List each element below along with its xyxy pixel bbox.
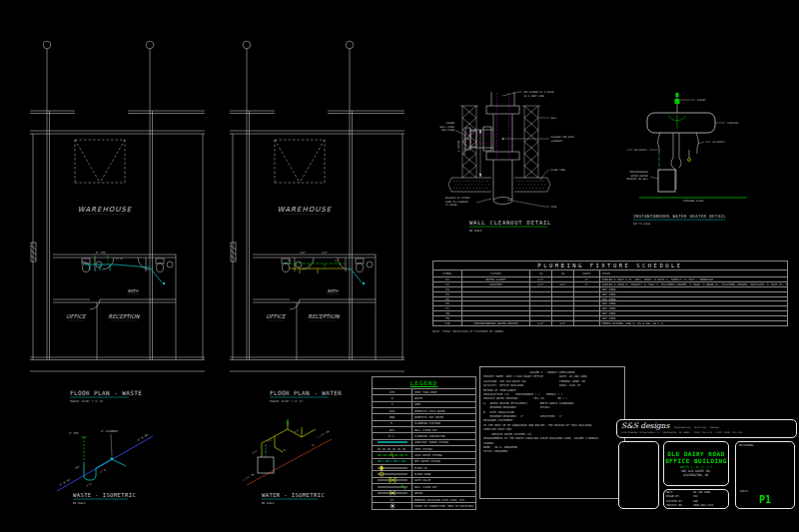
legend-row: ELBOW DOWN bbox=[373, 470, 475, 476]
energy-compliance-block: VOLUME 4 - ENERGY COMPLIANCEPROJECT NAME… bbox=[479, 366, 625, 499]
schedule-cell bbox=[573, 311, 599, 315]
firm-name: S&S designs bbox=[621, 421, 669, 430]
label-balance-3: TO GRADE. bbox=[445, 204, 458, 207]
schedule-cell: 1/2" bbox=[529, 277, 551, 281]
schedule-cell: 1/4" bbox=[551, 321, 573, 325]
project-address-2: WILMINGTON, NC bbox=[683, 473, 708, 477]
schedule-row: P5NOT USED bbox=[433, 296, 787, 301]
iso-label-half: 1/2" bbox=[267, 438, 273, 443]
schedule-cell bbox=[573, 287, 599, 291]
legend-description: COLD WATER PIPING bbox=[412, 452, 475, 457]
legend-description: DOMESTIC HOT WATER bbox=[412, 414, 475, 419]
schedule-header: SYMBOL bbox=[433, 270, 461, 276]
schedule-cell bbox=[461, 297, 529, 301]
schedule-header-row: SYMBOLFIXTURECWHWWASTEOTHER bbox=[433, 270, 787, 276]
room-label-office: OFFICE bbox=[66, 313, 87, 319]
iso-label-vtr: 2" VTR bbox=[69, 432, 79, 435]
schedule-row: P6NOT USED bbox=[433, 300, 787, 305]
legend-row: VTRVENT THRU ROOF bbox=[373, 388, 475, 394]
schedule-cell bbox=[461, 287, 529, 291]
floor-section bbox=[448, 178, 550, 192]
label-floor-line: FLOOR LINE bbox=[551, 169, 566, 172]
titleblock-blank-box bbox=[618, 441, 659, 509]
iso-label-wco: WCO bbox=[75, 465, 81, 470]
room-label-reception: RECEPTION bbox=[308, 313, 340, 319]
schedule-row: P1WATER CLOSET1/2"—4"KOHLER K-3427-T.B. … bbox=[433, 276, 787, 281]
schedule-header: HW bbox=[551, 270, 573, 276]
schedule-cell: 1/4" bbox=[529, 321, 551, 325]
iso-label-cleanout: 4" CLEANOUT bbox=[101, 430, 119, 433]
schedule-cell: KOHLER K-2196-4, FAUCET: K-7404-T, POLIS… bbox=[599, 282, 787, 286]
label-chrome-3: AND SCREW bbox=[441, 129, 455, 132]
schedule-cell: P4 bbox=[433, 292, 461, 296]
schedule-row: P10INSTANTANEOUS WATER HEATER1/4"1/4"EEM… bbox=[433, 320, 787, 325]
room-label-office: OFFICE bbox=[266, 313, 287, 319]
iso-label-w2: 2" W bbox=[100, 468, 107, 474]
wall-studs bbox=[460, 106, 540, 178]
legend-description: HOT WATER PIPING bbox=[412, 459, 475, 464]
waste-isometric-title: WASTE - ISOMETRIC bbox=[73, 492, 136, 498]
label-lavatory: LAVATORY bbox=[727, 122, 739, 125]
schedule-cell: 1/2" bbox=[551, 282, 573, 286]
union-symbol bbox=[373, 491, 412, 496]
schedule-cell: EEMAX SP3208, 208 V, 41.6 KW, 19.7 A bbox=[599, 321, 787, 325]
schedule-cell bbox=[551, 292, 573, 296]
schedule-cell: P1 bbox=[433, 277, 461, 281]
legend-description: GATE VALVE bbox=[412, 478, 475, 483]
legend-description: DENOTES EXISTING PIPE SIZE, ETC. bbox=[412, 497, 475, 502]
floor-plan-waste-scale: SCALE: 3/16" = 1'-0" bbox=[70, 399, 104, 403]
drawing-sheet: WAREHOUSE OFFICE RECEPTION BATH 2" VTR 4… bbox=[0, 0, 799, 532]
schedule-cell: P10 bbox=[433, 321, 461, 325]
legend-description: UNION bbox=[412, 491, 475, 496]
legend-description: PLUMBING FIXTURE bbox=[412, 421, 475, 426]
schedule-cell bbox=[461, 311, 529, 315]
schedule-cell: — bbox=[551, 277, 573, 281]
water-isometric-title: WATER - ISOMETRIC bbox=[262, 492, 325, 498]
iso-label-threequarter-2: 3/4" bbox=[252, 450, 258, 455]
label-plugged-2: CLEANOUT. bbox=[551, 140, 564, 143]
room-label-warehouse: WAREHOUSE bbox=[278, 206, 333, 214]
legend-row: GATE VALVE bbox=[373, 477, 475, 483]
legend-description: PLUMBING CONTRACTOR bbox=[412, 433, 475, 438]
room-label-bath: BATH bbox=[328, 288, 340, 293]
cyan-solid-symbol bbox=[373, 440, 412, 445]
legend-symbol-text: DHW bbox=[373, 414, 412, 419]
legend-description: WASTE bbox=[412, 395, 475, 400]
schedule-cell: NOT USED bbox=[599, 287, 787, 291]
legend-row: UNION bbox=[373, 490, 475, 496]
schedule-header: CW bbox=[529, 270, 551, 276]
legend-row: HOT WATER PIPING bbox=[373, 458, 475, 464]
legend-row: VVENT bbox=[373, 401, 475, 407]
legend-row: ELBOW UP bbox=[373, 464, 475, 470]
sheet-label: SHEET: bbox=[740, 490, 749, 493]
schedule-cell bbox=[573, 306, 599, 310]
schedule-cell bbox=[551, 306, 573, 310]
pipe-label-vtr: 2" VTR bbox=[96, 252, 106, 255]
green-dash-symbol bbox=[373, 452, 412, 457]
waste-isometric-scale: NO SCALE bbox=[73, 502, 86, 505]
legend-symbol-text: (X) bbox=[373, 497, 412, 502]
legend-title: LEGEND bbox=[373, 377, 475, 388]
schedule-cell: NOT USED bbox=[599, 306, 787, 310]
elbow-up-symbol bbox=[373, 465, 412, 470]
schedule-cell bbox=[551, 301, 573, 305]
schedule-header: OTHER bbox=[599, 270, 787, 276]
iso-label-p2: P2 bbox=[283, 449, 286, 452]
legend-description: VENT PIPING bbox=[412, 446, 475, 451]
schedule-cell: P8 bbox=[433, 311, 461, 315]
project-name-line1: OLD DAIRY ROAD bbox=[667, 450, 725, 458]
schedule-cell bbox=[461, 316, 529, 320]
label-may-extend-2: OR A VENT LINE. bbox=[524, 95, 546, 98]
titleblock-revisions-box: REVISIONS: SHEET: P1 bbox=[735, 441, 795, 509]
water-heater-detail-scale: NOT TO SCALE bbox=[633, 223, 651, 226]
schedule-cell bbox=[461, 306, 529, 310]
revisions-label: REVISIONS: bbox=[739, 444, 791, 447]
hot-water-piping bbox=[290, 268, 345, 273]
legend-row: (X)DENOTES EXISTING PIPE SIZE, ETC. bbox=[373, 496, 475, 502]
schedule-cell: NOT USED bbox=[599, 316, 787, 320]
schedule-cell bbox=[573, 321, 599, 325]
legend-row: SANITARY SEWER PIPING bbox=[373, 439, 475, 445]
schedule-row: P4NOT USED bbox=[433, 291, 787, 296]
legend-symbol-text: W bbox=[373, 395, 412, 400]
water-heater-detail-drawing: FAUCET LAVATORY 1/2" CW SUPPLY 1/2" HW S… bbox=[626, 93, 747, 226]
